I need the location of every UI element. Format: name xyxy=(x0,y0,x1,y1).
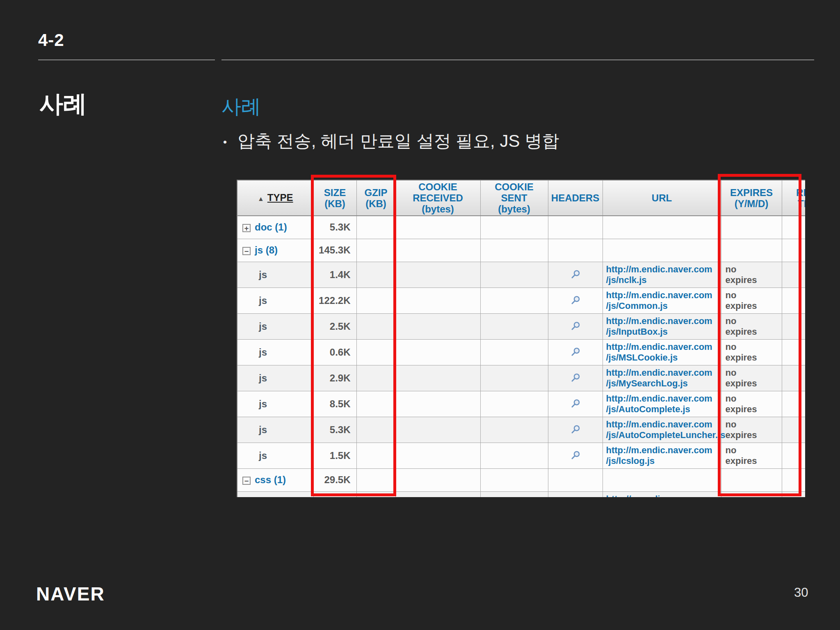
url-link[interactable]: /js/MySearchLog.js xyxy=(606,378,718,389)
cookie-sent-cell xyxy=(480,239,548,262)
cookie-sent-cell xyxy=(480,262,548,288)
column-header-expires[interactable]: EXPIRES(Y/M/D) xyxy=(721,180,782,216)
url-link[interactable]: /js/lcslog.js xyxy=(606,456,718,466)
url-link[interactable]: /js/InputBox.js xyxy=(606,326,718,337)
url-link[interactable]: http://m.endic.naver.com xyxy=(606,445,718,456)
magnifier-icon[interactable] xyxy=(570,295,581,306)
httpwatch-screenshot: ▲TYPE SIZE(KB) GZIP(KB) COOKIE RECEIVED(… xyxy=(237,180,805,497)
resource-row[interactable]: js122.2Khttp://m.endic.naver.com/js/Comm… xyxy=(237,288,805,313)
magnifier-icon[interactable] xyxy=(570,321,581,332)
size-cell: 8.5K xyxy=(313,391,356,417)
type-cell: −js (8) xyxy=(237,239,313,262)
cookie-sent-cell xyxy=(480,339,548,365)
cookie-received-cell xyxy=(395,339,480,365)
size-cell: 0.6K xyxy=(313,339,356,365)
collapse-icon[interactable]: − xyxy=(242,247,251,255)
headers-cell xyxy=(548,443,603,468)
group-row[interactable]: −js (8)145.3K xyxy=(237,239,805,262)
column-header-headers[interactable]: HEADERS xyxy=(548,180,603,216)
type-label: js xyxy=(259,398,267,409)
url-link[interactable]: http://m.endic.naver.com xyxy=(606,316,718,326)
expires-cell: noexpires xyxy=(721,417,782,443)
magnifier-icon[interactable] xyxy=(570,424,581,436)
resource-row[interactable]: js1.5Khttp://m.endic.naver.com/js/lcslog… xyxy=(237,443,805,468)
column-header-response-time[interactable]: RESTIM xyxy=(782,180,805,216)
url-link[interactable]: /js/Common.js xyxy=(606,301,718,311)
magnifier-icon[interactable] xyxy=(570,398,581,410)
url-link[interactable]: http://m.endic.naver.com xyxy=(606,419,718,430)
type-label: js xyxy=(259,295,267,306)
cookie-received-cell xyxy=(395,288,480,313)
cookie-sent-cell xyxy=(480,468,548,491)
url-cell xyxy=(603,239,721,262)
size-cell: 122.2K xyxy=(313,288,356,313)
type-label: js xyxy=(259,450,267,461)
headers-cell xyxy=(548,288,603,313)
size-cell: 29.5K xyxy=(313,468,356,491)
response-time-cell xyxy=(782,491,805,497)
type-label: js xyxy=(259,347,267,358)
resource-row[interactable]: js2.5Khttp://m.endic.naver.com/js/InputB… xyxy=(237,313,805,339)
cookie-received-cell xyxy=(395,468,480,491)
column-header-type[interactable]: ▲TYPE xyxy=(237,180,313,216)
expires-cell xyxy=(721,239,782,262)
url-link[interactable]: /js/AutoComplete.js xyxy=(606,404,718,415)
url-link[interactable]: http://m.endic.naver.com xyxy=(606,264,718,275)
group-row[interactable]: −css (1)29.5K xyxy=(237,468,805,491)
gzip-cell xyxy=(356,313,395,339)
column-header-url[interactable]: URL xyxy=(603,180,721,216)
expand-icon[interactable]: + xyxy=(242,224,251,232)
cookie-sent-cell xyxy=(480,443,548,468)
url-cell: http://m.endic.naver.com/js/MySearchLog.… xyxy=(603,365,721,391)
gzip-cell xyxy=(356,288,395,313)
collapse-icon[interactable]: − xyxy=(242,477,251,485)
expires-cell: noexpires xyxy=(721,339,782,365)
cookie-sent-cell xyxy=(480,417,548,443)
sidebar-title: 사례 xyxy=(39,88,87,120)
magnifier-icon[interactable] xyxy=(570,372,581,384)
magnifier-icon[interactable] xyxy=(570,347,581,358)
headers-cell xyxy=(548,417,603,443)
url-link[interactable]: /js/MSLCookie.js xyxy=(606,352,718,363)
headers-cell xyxy=(548,491,603,497)
resource-row[interactable]: js8.5Khttp://m.endic.naver.com/js/AutoCo… xyxy=(237,391,805,417)
column-header-cookie-sent[interactable]: COOKIE SENT(bytes) xyxy=(480,180,548,216)
url-link[interactable]: http://m.endic.naver.com xyxy=(606,393,718,404)
column-header-gzip[interactable]: GZIP(KB) xyxy=(356,180,395,216)
resource-row[interactable]: css29.5Khttp://m.endic.naver.com/css/w.c… xyxy=(237,491,805,497)
page-number: 30 xyxy=(794,585,808,600)
resource-row[interactable]: js1.4Khttp://m.endic.naver.com/js/nclk.j… xyxy=(237,262,805,288)
column-header-cookie-received[interactable]: COOKIE RECEIVED(bytes) xyxy=(395,180,480,216)
expires-cell: noexpires xyxy=(721,365,782,391)
gzip-cell xyxy=(356,365,395,391)
magnifier-icon[interactable] xyxy=(570,269,581,281)
response-time-cell xyxy=(782,365,805,391)
response-time-cell xyxy=(782,216,805,239)
type-cell: css xyxy=(237,491,313,497)
url-cell: http://m.endic.naver.com/js/nclk.js xyxy=(603,262,721,288)
type-label: js xyxy=(259,269,267,280)
magnifier-icon[interactable] xyxy=(570,450,581,461)
resource-row[interactable]: js2.9Khttp://m.endic.naver.com/js/MySear… xyxy=(237,365,805,391)
expires-cell xyxy=(721,216,782,239)
cookie-sent-cell xyxy=(480,391,548,417)
cookie-sent-cell xyxy=(480,313,548,339)
expires-cell: noexpires xyxy=(721,443,782,468)
table-body: +doc (1)5.3K−js (8)145.3Kjs1.4Khttp://m.… xyxy=(237,216,805,497)
url-link[interactable]: http://m.endic.naver.com xyxy=(606,494,718,498)
url-link[interactable]: http://m.endic.naver.com xyxy=(606,290,718,301)
group-row[interactable]: +doc (1)5.3K xyxy=(237,216,805,239)
url-link[interactable]: /js/nclk.js xyxy=(606,275,718,285)
resource-row[interactable]: js0.6Khttp://m.endic.naver.com/js/MSLCoo… xyxy=(237,339,805,365)
column-header-size[interactable]: SIZE(KB) xyxy=(313,180,356,216)
url-link[interactable]: http://m.endic.naver.com xyxy=(606,342,718,352)
url-link[interactable]: http://m.endic.naver.com xyxy=(606,368,718,378)
bullet-line: • 압축 전송, 헤더 만료일 설정 필요, JS 병합 xyxy=(223,130,559,153)
bullet-icon: • xyxy=(223,136,227,148)
resource-row[interactable]: js5.3Khttp://m.endic.naver.com/js/AutoCo… xyxy=(237,417,805,443)
url-link[interactable]: /js/AutoCompleteLuncher.js xyxy=(606,430,718,441)
response-time-cell xyxy=(782,417,805,443)
type-cell: js xyxy=(237,288,313,313)
size-cell: 1.4K xyxy=(313,262,356,288)
size-cell: 2.5K xyxy=(313,313,356,339)
